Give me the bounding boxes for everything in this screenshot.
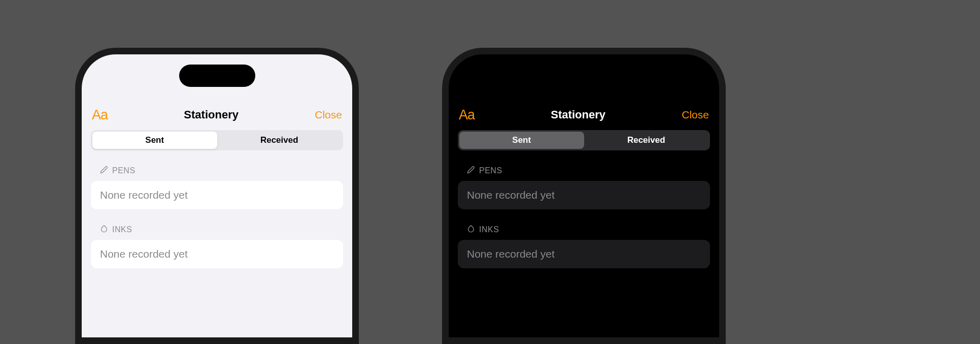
segmented-control[interactable]: Sent Received bbox=[458, 130, 710, 150]
segment-sent[interactable]: Sent bbox=[92, 132, 217, 149]
segmented-control[interactable]: Sent Received bbox=[91, 130, 343, 150]
pens-empty-card: None recorded yet bbox=[91, 181, 343, 209]
dynamic-island bbox=[546, 65, 622, 87]
close-button[interactable]: Close bbox=[315, 109, 342, 121]
pen-icon bbox=[467, 166, 475, 176]
screen-dark: Aa Stationery Close Sent Received PENS N… bbox=[449, 54, 719, 337]
inks-empty-card: None recorded yet bbox=[458, 240, 710, 268]
close-button[interactable]: Close bbox=[682, 109, 709, 121]
section-label: INKS bbox=[112, 225, 132, 234]
inks-empty-card: None recorded yet bbox=[91, 240, 343, 268]
segment-received[interactable]: Received bbox=[217, 132, 342, 149]
section-header-pens: PENS bbox=[458, 166, 710, 176]
font-button[interactable]: Aa bbox=[92, 107, 108, 123]
section-inks: INKS None recorded yet bbox=[449, 225, 719, 268]
nav-bar: Aa Stationery Close bbox=[82, 103, 352, 127]
page-title: Stationery bbox=[184, 108, 239, 121]
section-label: PENS bbox=[112, 166, 136, 175]
phone-dark: Aa Stationery Close Sent Received PENS N… bbox=[442, 48, 726, 344]
font-button[interactable]: Aa bbox=[459, 107, 475, 123]
drop-icon bbox=[467, 225, 475, 235]
nav-bar: Aa Stationery Close bbox=[449, 103, 719, 127]
pen-icon bbox=[100, 166, 108, 176]
segment-sent[interactable]: Sent bbox=[459, 132, 584, 149]
section-label: INKS bbox=[479, 225, 499, 234]
section-header-pens: PENS bbox=[91, 166, 343, 176]
dynamic-island bbox=[179, 65, 255, 87]
section-header-inks: INKS bbox=[91, 225, 343, 235]
phone-light: Aa Stationery Close Sent Received PENS N… bbox=[75, 48, 359, 344]
segment-received[interactable]: Received bbox=[584, 132, 709, 149]
section-header-inks: INKS bbox=[458, 225, 710, 235]
drop-icon bbox=[100, 225, 108, 235]
section-pens: PENS None recorded yet bbox=[449, 166, 719, 209]
section-inks: INKS None recorded yet bbox=[82, 225, 352, 268]
section-pens: PENS None recorded yet bbox=[82, 166, 352, 209]
screen-light: Aa Stationery Close Sent Received PENS N… bbox=[82, 54, 352, 337]
section-label: PENS bbox=[479, 166, 502, 175]
pens-empty-card: None recorded yet bbox=[458, 181, 710, 209]
page-title: Stationery bbox=[551, 108, 605, 121]
